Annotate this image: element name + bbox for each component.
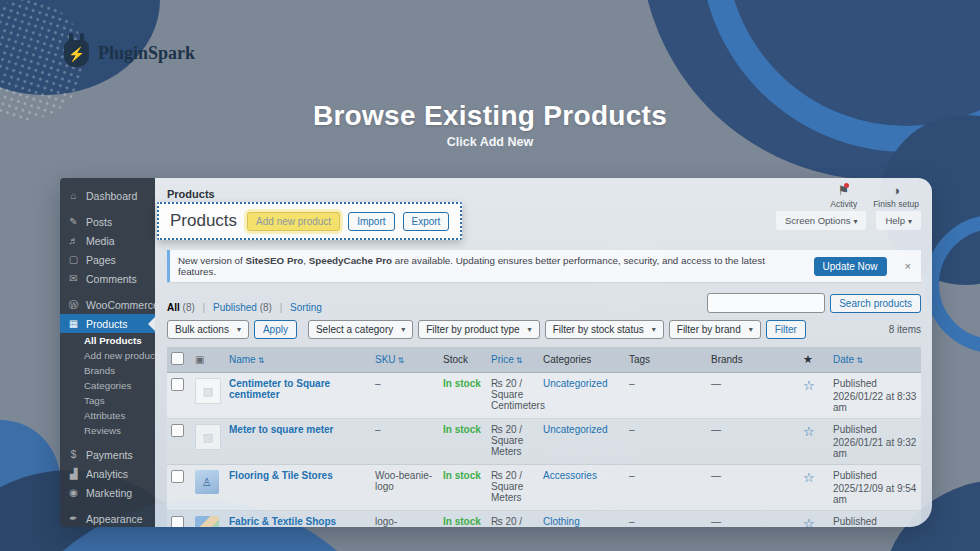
select-all-checkbox[interactable]	[171, 352, 184, 365]
sidebar-item-categories[interactable]: Categories	[60, 378, 155, 393]
dismiss-notice-icon[interactable]: ×	[903, 260, 913, 272]
sidebar-item-reviews[interactable]: Reviews	[60, 423, 155, 438]
sidebar-item-analytics[interactable]: ▟ Analytics	[60, 464, 155, 483]
chevron-down-icon: ▾	[652, 325, 656, 334]
sidebar-item-appearance[interactable]: ✒ Appearance	[60, 509, 155, 527]
sidebar-item-all-products[interactable]: All Products	[60, 333, 155, 348]
media-icon: ♬	[67, 235, 80, 246]
price-cell: ₨ 20 / Square	[487, 511, 539, 528]
tags-header: Tags	[629, 354, 650, 365]
sort-by-price[interactable]: Price⇅	[491, 354, 523, 365]
search-input[interactable]	[707, 293, 825, 313]
sidebar-item-woocommerce[interactable]: Ⓦ WooCommerce	[60, 295, 155, 314]
tags-cell: –	[625, 511, 707, 528]
items-count: 8 items	[889, 324, 921, 335]
category-link[interactable]: Uncategorized	[543, 424, 607, 435]
product-thumbnail: ♙	[195, 470, 219, 494]
brands-header: Brands	[711, 354, 743, 365]
sidebar-item-marketing[interactable]: ◉ Marketing	[60, 483, 155, 502]
date-cell: Published2026/01/22 at 8:33 am	[829, 373, 921, 419]
featured-star-icon[interactable]: ☆	[803, 424, 815, 439]
brands-cell: —	[707, 419, 799, 465]
view-published-link[interactable]: Published (8)	[213, 302, 272, 313]
sidebar-item-pages[interactable]: ▢ Pages	[60, 250, 155, 269]
sidebar-item-dashboard[interactable]: ⌂ Dashboard	[60, 186, 155, 205]
category-link[interactable]: Accessories	[543, 470, 597, 481]
activity-button[interactable]: ⚑ Activity	[830, 184, 857, 210]
bulk-actions-select[interactable]: Bulk actions▾	[167, 320, 249, 339]
sort-by-date[interactable]: Date⇅	[833, 354, 863, 365]
brands-cell: —	[707, 465, 799, 511]
chevron-down-icon: ▾	[749, 325, 753, 334]
category-link[interactable]: Uncategorized	[543, 378, 607, 389]
product-name-link[interactable]: Fabric & Textile Shops	[229, 516, 336, 527]
screen-options-button[interactable]: Screen Options▾	[776, 211, 867, 230]
stock-status-filter-select[interactable]: Filter by stock status▾	[545, 320, 664, 339]
woocommerce-icon: Ⓦ	[67, 298, 80, 312]
table-row: ▨ Meter to square meter – In stock ₨ 20 …	[167, 419, 921, 465]
date-cell: Published2025/12/09 at 9:54 am	[829, 511, 921, 528]
category-filter-select[interactable]: Select a category▾	[308, 320, 413, 339]
chevron-down-icon: ▾	[908, 217, 912, 226]
row-checkbox[interactable]	[171, 378, 184, 391]
stock-status: In stock	[443, 516, 481, 527]
sku-cell: logo-collection	[371, 511, 439, 528]
import-button[interactable]: Import	[348, 212, 394, 231]
product-thumbnail-placeholder: ▨	[195, 378, 221, 404]
add-new-product-button[interactable]: Add new product	[247, 212, 340, 231]
product-name-link[interactable]: Meter to square meter	[229, 424, 333, 435]
category-link[interactable]: Clothing	[543, 516, 580, 527]
page-subtitle: Click Add New	[0, 135, 980, 149]
stock-status: In stock	[443, 378, 481, 389]
apply-button[interactable]: Apply	[254, 320, 297, 339]
tags-cell: –	[625, 419, 707, 465]
row-checkbox[interactable]	[171, 516, 184, 527]
sidebar-item-comments[interactable]: ✉ Comments	[60, 269, 155, 288]
product-name-link[interactable]: Centimeter to Square centimeter	[229, 378, 330, 400]
wp-admin-window: ⌂ Dashboard ✎ Posts ♬ Media ▢ Pages ✉ Co…	[60, 178, 932, 527]
featured-star-icon[interactable]: ☆	[803, 470, 815, 485]
table-header-row: ▣ Name⇅ SKU⇅ Stock Price⇅ Categories Tag…	[167, 347, 921, 373]
sidebar-item-payments[interactable]: $ Payments	[60, 445, 155, 464]
featured-star-icon[interactable]: ☆	[803, 516, 815, 527]
sidebar-item-attributes[interactable]: Attributes	[60, 408, 155, 423]
chevron-down-icon: ▾	[528, 325, 532, 334]
categories-header: Categories	[543, 354, 591, 365]
brand-filter-select[interactable]: Filter by brand▾	[669, 320, 761, 339]
filter-button[interactable]: Filter	[766, 320, 806, 339]
help-button[interactable]: Help▾	[876, 211, 921, 230]
price-cell: ₨ 20 / Square Meters	[487, 465, 539, 511]
featured-star-icon[interactable]: ☆	[803, 378, 815, 393]
chevron-down-icon: ▾	[237, 325, 241, 334]
sidebar-separator	[60, 205, 155, 212]
product-type-filter-select[interactable]: Filter by product type▾	[418, 320, 539, 339]
sidebar-item-products[interactable]: ▦ Products	[60, 314, 155, 333]
product-name-link[interactable]: Flooring & Tile Stores	[229, 470, 333, 481]
sidebar-item-brands[interactable]: Brands	[60, 363, 155, 378]
sidebar-item-tags[interactable]: Tags	[60, 393, 155, 408]
row-checkbox[interactable]	[171, 424, 184, 437]
sidebar-separator	[60, 502, 155, 509]
sidebar-item-add-new-product[interactable]: Add new product	[60, 348, 155, 363]
products-icon: ▦	[67, 318, 80, 329]
filters-row: Bulk actions▾ Apply Select a category▾ F…	[167, 320, 921, 339]
sidebar-item-posts[interactable]: ✎ Posts	[60, 212, 155, 231]
view-sorting-link[interactable]: Sorting	[290, 302, 322, 313]
sidebar-item-media[interactable]: ♬ Media	[60, 231, 155, 250]
sort-icon: ⇅	[398, 356, 405, 365]
search-products-button[interactable]: Search products	[830, 294, 921, 313]
sort-by-name[interactable]: Name⇅	[229, 354, 264, 365]
update-now-button[interactable]: Update Now	[814, 257, 887, 276]
date-cell: Published2025/12/09 at 9:54 am	[829, 465, 921, 511]
plug-icon: ⚡	[64, 40, 89, 67]
product-thumbnail-placeholder: ▨	[195, 424, 221, 450]
table-row: ▨ Centimeter to Square centimeter – In s…	[167, 373, 921, 419]
lightning-bolt-icon: ⚡	[68, 47, 85, 61]
view-all-link[interactable]: All (8)	[167, 302, 195, 313]
sort-by-sku[interactable]: SKU⇅	[375, 354, 404, 365]
row-checkbox[interactable]	[171, 470, 184, 483]
export-button[interactable]: Export	[403, 212, 450, 231]
products-heading: Products	[170, 211, 237, 231]
sku-cell: –	[371, 373, 439, 419]
finish-setup-button[interactable]: ◑ Finish setup	[873, 184, 919, 210]
